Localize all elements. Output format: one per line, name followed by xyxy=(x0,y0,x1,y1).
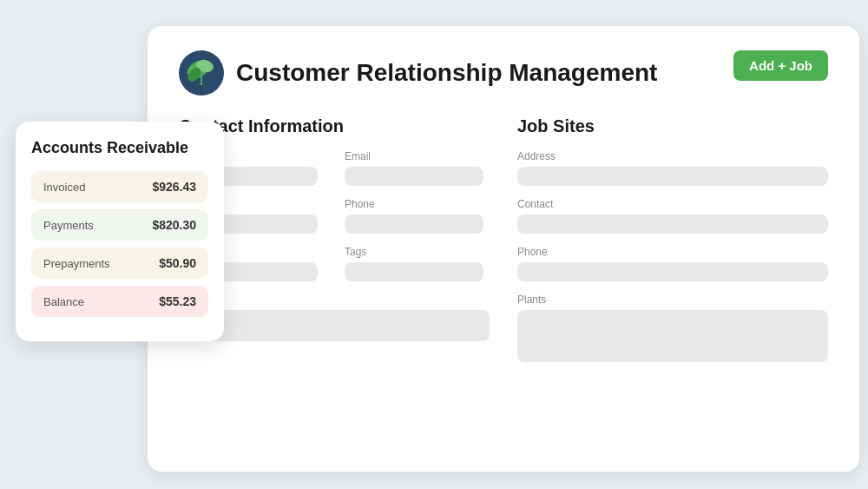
add-job-button[interactable]: Add + Job xyxy=(733,50,828,81)
email-input[interactable] xyxy=(345,167,483,186)
jobsite-address-input[interactable] xyxy=(517,167,828,186)
ar-payments-row: Payments $820.30 xyxy=(31,209,208,241)
job-sites-section: Job Sites Address Contact Phone Plants xyxy=(517,116,828,362)
ar-balance-value: $55.23 xyxy=(159,294,196,308)
ar-prepayments-row: Prepayments $50.90 xyxy=(31,248,208,279)
content-grid: Contact Information Name Email Company xyxy=(179,116,828,362)
jobsite-address-group: Address xyxy=(517,150,828,186)
contact-information-section: Contact Information Name Email Company xyxy=(179,116,490,362)
phone-input[interactable] xyxy=(345,215,483,234)
logo-icon xyxy=(179,50,224,96)
jobsite-address-label: Address xyxy=(517,150,828,162)
tags-field-group: Tags xyxy=(345,246,490,294)
phone-field-group: Phone xyxy=(345,198,490,246)
ar-balance-row: Balance $55.23 xyxy=(31,286,208,317)
jobsite-contact-label: Contact xyxy=(517,198,828,210)
ar-invoiced-label: Invoiced xyxy=(43,181,85,194)
page-title: Customer Relationship Management xyxy=(236,59,657,87)
phone-label: Phone xyxy=(345,198,490,210)
job-sites-title: Job Sites xyxy=(517,116,828,136)
ar-payments-value: $820.30 xyxy=(152,218,196,232)
accounts-receivable-card: Accounts Receivable Invoiced $926.43 Pay… xyxy=(16,122,224,341)
jobsite-contact-input[interactable] xyxy=(517,215,828,234)
header: Customer Relationship Management xyxy=(179,50,828,96)
jobsite-plants-group: Plants xyxy=(517,294,828,362)
notes-label: Notes xyxy=(179,294,490,306)
jobsite-plants-input[interactable] xyxy=(517,310,828,362)
jobsite-contact-group: Contact xyxy=(517,198,828,234)
ar-prepayments-value: $50.90 xyxy=(159,256,196,270)
ar-payments-label: Payments xyxy=(43,219,94,232)
contact-information-title: Contact Information xyxy=(179,116,490,136)
ar-invoiced-row: Invoiced $926.43 xyxy=(31,171,208,202)
main-card: Customer Relationship Management Add + J… xyxy=(148,26,859,472)
tags-label: Tags xyxy=(345,246,490,258)
ar-balance-label: Balance xyxy=(43,295,84,308)
jobsite-plants-label: Plants xyxy=(517,294,828,306)
ar-title: Accounts Receivable xyxy=(31,139,208,157)
email-label: Email xyxy=(345,150,490,162)
notes-input[interactable] xyxy=(179,310,490,341)
email-field-group: Email xyxy=(345,150,490,198)
jobsite-phone-input[interactable] xyxy=(517,262,828,281)
ar-invoiced-value: $926.43 xyxy=(152,180,196,194)
notes-field-group: Notes xyxy=(179,294,490,341)
jobsite-phone-group: Phone xyxy=(517,246,828,281)
ar-prepayments-label: Prepayments xyxy=(43,257,110,270)
jobsite-phone-label: Phone xyxy=(517,246,828,258)
contact-fields-grid: Name Email Company Phone xyxy=(179,150,490,294)
tags-input[interactable] xyxy=(345,262,483,281)
